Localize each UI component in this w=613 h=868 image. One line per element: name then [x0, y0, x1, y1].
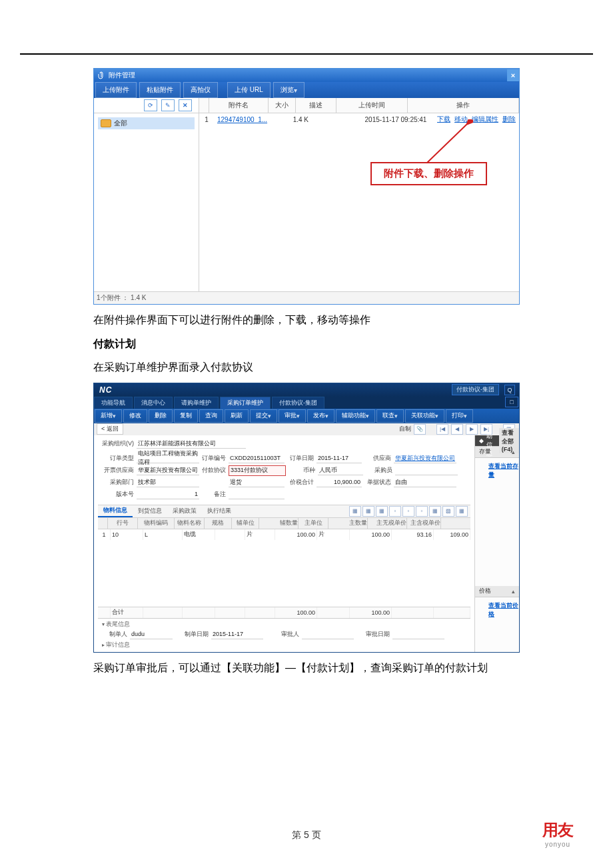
collapse-icon[interactable]: ▴	[512, 449, 519, 455]
first-icon[interactable]: |◀	[436, 424, 448, 435]
edit-icon[interactable]: ✎	[161, 99, 175, 111]
field-reviewer	[302, 629, 354, 639]
col-size: 大小	[269, 98, 296, 113]
field-review-date	[392, 629, 444, 639]
detail-grid-row[interactable]: 1 10 L 电缆 片 100.00 片 100.00 93.16 109.00	[98, 529, 470, 540]
move-link[interactable]: 移动	[454, 115, 468, 124]
field-total: 10,900.00	[316, 477, 362, 487]
calendar-icon[interactable]: ▦	[456, 506, 468, 517]
prev-icon[interactable]: ◀	[451, 424, 463, 435]
refresh-icon[interactable]: ⟳	[144, 99, 157, 111]
annotation-callout: 附件下载、删除操作	[370, 162, 487, 185]
erp-back-row: < 返回 自制 📎 |◀ ◀ ▶ ▶| ▦	[94, 423, 519, 435]
edit-props-link[interactable]: 编辑属性	[472, 115, 498, 124]
delete-folder-icon[interactable]: ✕	[179, 99, 192, 111]
folder-all[interactable]: 全部	[98, 117, 195, 129]
field-return[interactable]: 退货	[229, 477, 285, 487]
browse-button[interactable]: 浏览	[273, 82, 305, 98]
tab-pay-agreement[interactable]: 付款协议-集团	[272, 397, 324, 409]
attachment-row[interactable]: 1 1294749100_1... 1.4 K 2015-11-17 09:25…	[199, 113, 519, 125]
field-currency[interactable]: 人民币	[318, 465, 363, 475]
field-order-date[interactable]: 2015-11-17	[316, 453, 362, 463]
camera-button[interactable]: 高拍仪	[183, 82, 218, 98]
grid-tool-icon[interactable]: ▧	[442, 506, 454, 517]
new-button[interactable]: 新增	[95, 409, 122, 423]
grid-tool-icon[interactable]: ▫	[389, 506, 401, 517]
erp-side-panel: ◆ 辅助信息 查看全部 (F4) 存量▴ 查看当前存量 价格▴ 查看当前价格	[474, 435, 519, 652]
maximize-icon[interactable]: □	[505, 397, 518, 407]
window-title: 附件管理	[109, 71, 507, 80]
search-icon[interactable]: Q	[504, 385, 515, 395]
review-button[interactable]: 审批	[279, 409, 306, 423]
field-purchaser[interactable]	[395, 465, 458, 475]
grid-tool-icon[interactable]: ▦	[349, 506, 361, 517]
grid-tool-icon[interactable]: ▫	[416, 506, 428, 517]
folder-icon	[101, 119, 111, 127]
field-dept[interactable]: 技术部	[137, 477, 199, 487]
download-link[interactable]: 下载	[437, 115, 450, 124]
field-version: 1	[137, 489, 199, 499]
delete-link[interactable]: 删除	[502, 115, 516, 124]
close-button[interactable]: ×	[507, 69, 519, 81]
audit-info-section[interactable]: 审计信息	[98, 641, 470, 649]
link-button[interactable]: 联查	[376, 409, 404, 423]
tab-arrival[interactable]: 到货信息	[133, 505, 167, 517]
attachment-icon[interactable]: 📎	[414, 424, 426, 435]
next-icon[interactable]: ▶	[466, 424, 478, 435]
erp-toolbar: 新增 修改 删除 复制 查询 刷新 提交 审批 发布 辅助功能 联查 关联功能 …	[94, 409, 519, 423]
erp-form: 采购组织(V) 江苏林洋新能源科技有限公司 订单类型电站项目工程物资采购流程 订…	[94, 435, 474, 652]
field-remark[interactable]	[229, 489, 285, 499]
query-button[interactable]: 查询	[199, 409, 223, 423]
tab-func-nav[interactable]: 功能导航	[94, 397, 133, 409]
collapse-icon[interactable]: ▴	[512, 588, 519, 595]
detail-grid-total: 合计 100.00 100.00	[98, 607, 470, 618]
col-desc: 描述	[296, 98, 336, 113]
aux-button[interactable]: 辅助功能	[336, 409, 375, 423]
global-search-field[interactable]: 付款协议-集团	[452, 384, 499, 395]
section-heading: 付款计划	[93, 335, 520, 353]
tab-po-maint[interactable]: 采购订单维护	[220, 397, 271, 409]
print-button[interactable]: 打印	[446, 409, 473, 423]
attachment-name-link[interactable]: 1294749100_1...	[215, 116, 279, 123]
refresh-button[interactable]: 刷新	[225, 409, 249, 423]
attachment-toolbar: 上传附件 粘贴附件 高拍仪 上传 URL 浏览	[94, 82, 519, 98]
submit-button[interactable]: 提交	[250, 409, 277, 423]
upload-file-button[interactable]: 上传附件	[95, 82, 137, 98]
grid-tool-icon[interactable]: ▦	[429, 506, 441, 517]
tab-req-maint[interactable]: 请购单维护	[174, 397, 219, 409]
delete-button[interactable]: 删除	[149, 409, 173, 423]
view-stock-link[interactable]: 查看当前存量	[475, 458, 519, 479]
field-creator: dudu	[130, 629, 173, 639]
attachment-list: 附件名 大小 描述 上传时间 操作 1 1294749100_1... 1.4 …	[199, 98, 519, 291]
view-price-link[interactable]: 查看当前价格	[475, 597, 519, 619]
back-button[interactable]: < 返回	[97, 423, 123, 435]
dispatch-button[interactable]: 发布	[307, 409, 334, 423]
tab-msg-center[interactable]: 消息中心	[134, 397, 173, 409]
related-button[interactable]: 关联功能	[405, 409, 444, 423]
tab-policy[interactable]: 采购政策	[167, 505, 202, 517]
copy-button[interactable]: 复制	[174, 409, 198, 423]
edit-button[interactable]: 修改	[123, 409, 147, 423]
paste-file-button[interactable]: 粘贴附件	[139, 82, 181, 98]
tab-material[interactable]: 物料信息	[98, 505, 133, 517]
body-text: 采购订单审批后，可以通过【关联功能】—【付款计划】，查询采购订单的付款计划	[93, 659, 520, 677]
tab-result[interactable]: 执行结果	[202, 505, 237, 517]
field-supplier[interactable]: 华夏新兴投资有限公司	[394, 453, 456, 463]
attachment-icon	[97, 71, 106, 80]
field-create-date: 2015-11-17	[211, 629, 263, 639]
body-text: 在附件操作界面下可以进行附件的删除，下载，移动等操作	[93, 311, 520, 329]
grid-tool-icon[interactable]: ▫	[402, 506, 414, 517]
grid-tool-icon[interactable]: ▦	[376, 506, 388, 517]
field-order-type[interactable]: 电站项目工程物资采购流程	[137, 453, 199, 463]
field-status: 自由	[394, 477, 456, 487]
upload-url-button[interactable]: 上传 URL	[227, 82, 271, 98]
field-invoice-supplier[interactable]: 华夏新兴投资有限公司	[137, 465, 199, 475]
grid-tool-icon[interactable]: ▦	[362, 506, 374, 517]
detail-grid-head: 行号 物料编码 物料名称 规格 辅单位 辅数量 主单位 主数量 主无税单价 主含…	[98, 518, 470, 529]
footer-info-section[interactable]: 表尾信息	[98, 620, 470, 629]
erp-topbar: NC 付款协议-集团 Q	[94, 383, 519, 397]
field-order-no[interactable]: CXDD201511003T	[229, 453, 285, 463]
field-purchase-org[interactable]: 江苏林洋新能源科技有限公司	[137, 439, 246, 449]
field-pay-agreement[interactable]: 3331付款协议	[229, 465, 286, 476]
aux-info-icon: ◆	[479, 437, 484, 444]
